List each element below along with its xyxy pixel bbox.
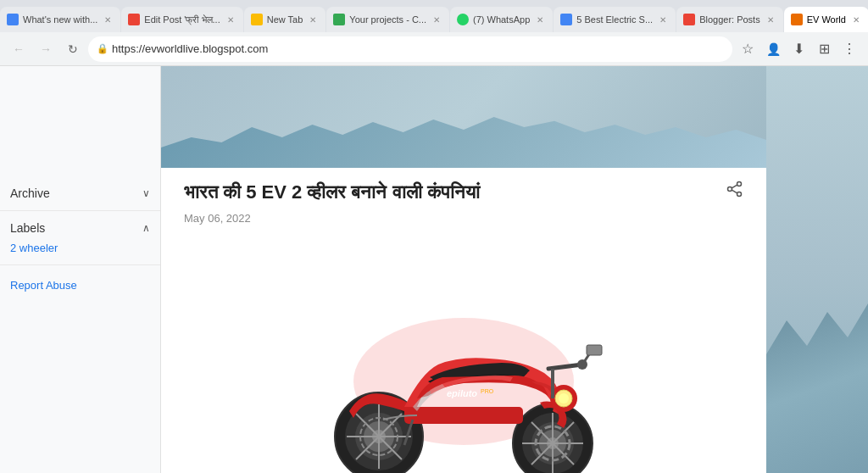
svg-line-3	[732, 185, 737, 188]
svg-point-27	[559, 393, 569, 403]
page-wrap: Archive ∨ Labels ∧ 2 wheeler Report Abus…	[0, 66, 868, 473]
profile-button[interactable]: 👤	[761, 37, 785, 61]
tab-close-6[interactable]: ✕	[657, 14, 669, 25]
tab-favicon-7	[683, 14, 695, 25]
tab-blogger-posts[interactable]: Blogger: Posts ✕	[676, 7, 783, 32]
labels-chevron-icon: ∧	[142, 222, 150, 234]
svg-point-1	[737, 192, 742, 197]
share-button[interactable]	[726, 181, 743, 202]
tab-favicon-4	[333, 14, 345, 25]
svg-text:epiluto: epiluto	[447, 388, 477, 398]
tab-title-7: Blogger: Posts	[699, 14, 760, 25]
tab-title-6: 5 Best Electric S...	[576, 14, 653, 25]
tab-close-7[interactable]: ✕	[765, 14, 776, 25]
post-title: भारत की 5 EV 2 व्हीलर बनाने वाली कंपनिया…	[184, 181, 743, 205]
tab-close-1[interactable]: ✕	[102, 14, 114, 25]
labels-header[interactable]: Labels ∧	[10, 218, 150, 238]
tab-favicon-2	[128, 14, 140, 25]
toolbar: ← → ↻ 🔒 ☆ 👤 ⬇ ⊞ ⋮	[0, 32, 868, 66]
tab-favicon-3	[251, 14, 263, 25]
archive-section: Archive ∨	[0, 176, 160, 211]
refresh-button[interactable]: ↻	[61, 37, 85, 61]
report-abuse-link[interactable]: Report Abuse	[0, 265, 160, 298]
tab-bar: What's new with... ✕ Edit Post 'फ्री भेल…	[0, 0, 868, 32]
label-item-2-wheeler[interactable]: 2 wheeler	[10, 238, 150, 258]
forward-button[interactable]: →	[34, 37, 58, 61]
tab-title-8: EV World	[807, 14, 846, 25]
tab-favicon-8	[791, 14, 803, 25]
browser-window: What's new with... ✕ Edit Post 'फ्री भेल…	[0, 0, 868, 473]
address-bar-wrap: 🔒	[88, 36, 732, 62]
svg-point-0	[737, 182, 742, 186]
address-input[interactable]	[88, 36, 732, 62]
menu-button[interactable]: ⋮	[837, 37, 861, 61]
labels-label: Labels	[10, 221, 45, 235]
archive-chevron-icon: ∨	[142, 187, 150, 199]
tab-favicon-5	[457, 14, 469, 25]
tab-title-4: Your projects - C...	[349, 14, 426, 25]
svg-text:PRO: PRO	[481, 388, 494, 394]
post-date: May 06, 2022	[184, 212, 743, 225]
download-button[interactable]: ⬇	[787, 37, 810, 61]
tab-your-projects[interactable]: Your projects - C... ✕	[326, 7, 449, 32]
tab-best-electric[interactable]: 5 Best Electric S... ✕	[554, 7, 676, 32]
tab-close-4[interactable]: ✕	[431, 14, 442, 25]
tab-new-tab[interactable]: New Tab ✕	[244, 7, 326, 32]
page-body: Archive ∨ Labels ∧ 2 wheeler Report Abus…	[0, 66, 868, 473]
tab-title-5: (7) WhatsApp	[473, 14, 530, 25]
tab-favicon-6	[560, 14, 572, 25]
scooter-svg: epiluto PRO	[303, 242, 625, 473]
tab-close-8[interactable]: ✕	[850, 14, 862, 25]
tab-title-2: Edit Post 'फ्री भेल...	[144, 14, 220, 25]
svg-rect-24	[404, 407, 523, 424]
extensions-button[interactable]: ⊞	[812, 37, 836, 61]
svg-rect-32	[587, 345, 602, 355]
main-content: भारत की 5 EV 2 व्हीलर बनाने वाली कंपनिया…	[161, 66, 766, 473]
toolbar-actions: ☆ 👤 ⬇ ⊞ ⋮	[736, 37, 861, 61]
svg-line-4	[732, 190, 737, 193]
tab-close-3[interactable]: ✕	[307, 14, 319, 25]
tab-whats-new[interactable]: What's new with... ✕	[0, 7, 120, 32]
tab-title-1: What's new with...	[23, 14, 97, 25]
right-panel-mountains	[766, 66, 868, 473]
tab-ev-world[interactable]: EV World ✕	[784, 7, 868, 32]
scooter-image-area: epiluto PRO	[184, 242, 743, 473]
tab-close-5[interactable]: ✕	[534, 14, 546, 25]
lock-icon: 🔒	[97, 43, 108, 54]
bookmark-button[interactable]: ☆	[736, 37, 760, 61]
archive-label: Archive	[10, 186, 50, 200]
sidebar: Archive ∨ Labels ∧ 2 wheeler Report Abus…	[0, 66, 161, 473]
svg-point-2	[728, 187, 732, 192]
tab-title-3: New Tab	[267, 14, 303, 25]
post-container: भारत की 5 EV 2 व्हीलर बनाने वाली कंपनिया…	[167, 168, 760, 473]
tab-whatsapp[interactable]: (7) WhatsApp ✕	[450, 7, 553, 32]
back-button[interactable]: ←	[7, 37, 31, 61]
tab-edit-post[interactable]: Edit Post 'फ्री भेल... ✕	[121, 7, 242, 32]
archive-header[interactable]: Archive ∨	[10, 183, 150, 203]
labels-section: Labels ∧ 2 wheeler	[0, 211, 160, 265]
tab-favicon-1	[7, 14, 19, 25]
tab-close-2[interactable]: ✕	[225, 14, 236, 25]
